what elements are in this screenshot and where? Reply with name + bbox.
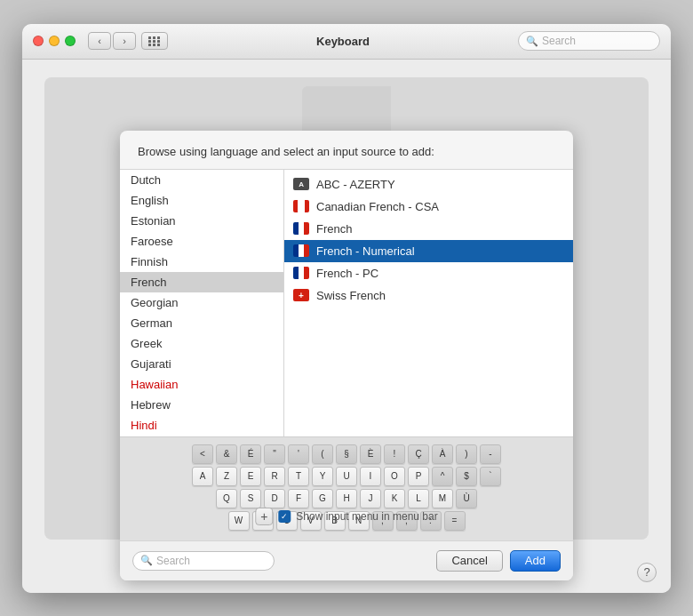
search-placeholder: Search: [542, 35, 576, 47]
key-a[interactable]: A: [192, 467, 213, 486]
key-q[interactable]: Q: [216, 489, 237, 508]
key-r[interactable]: R: [264, 467, 285, 486]
key-t[interactable]: T: [288, 467, 309, 486]
fr-flag-icon-2: [293, 244, 309, 257]
titlebar-search[interactable]: 🔍 Search: [518, 31, 660, 51]
search-icon: 🔍: [526, 36, 538, 47]
key-open-paren[interactable]: (: [312, 444, 333, 464]
cancel-button[interactable]: Cancel: [436, 550, 502, 572]
source-label-french-pc: French - PC: [316, 267, 378, 280]
key-lt[interactable]: <: [192, 444, 213, 464]
lang-item-finnish[interactable]: Finnish: [120, 252, 283, 272]
key-close-paren[interactable]: ): [456, 444, 477, 464]
dialog-footer: 🔍 Search Cancel Add: [120, 540, 573, 580]
ch-flag-icon: +: [293, 289, 309, 301]
titlebar: ‹ › Keyboard 🔍 Search: [22, 24, 671, 60]
lang-item-german[interactable]: German: [120, 313, 283, 333]
forward-button[interactable]: ›: [113, 32, 136, 50]
key-w[interactable]: W: [228, 511, 250, 531]
key-s[interactable]: S: [240, 489, 261, 508]
back-button[interactable]: ‹: [88, 32, 111, 50]
window-title: Keyboard: [168, 35, 518, 48]
key-amp[interactable]: &: [216, 444, 237, 464]
search-input[interactable]: 🔍 Search: [132, 551, 275, 571]
minimize-button[interactable]: [49, 36, 60, 46]
key-equals[interactable]: =: [444, 511, 466, 531]
nav-buttons: ‹ ›: [88, 32, 136, 50]
key-excl[interactable]: !: [384, 444, 405, 464]
key-a-grave[interactable]: À: [432, 444, 453, 464]
key-o[interactable]: O: [384, 467, 405, 486]
ca-flag-icon: [293, 200, 309, 212]
lang-item-hebrew[interactable]: Hebrew: [120, 395, 283, 415]
lang-item-faroese[interactable]: Faroese: [120, 231, 283, 252]
help-button[interactable]: ?: [637, 563, 657, 582]
lang-item-gujarati[interactable]: Gujarati: [120, 354, 283, 374]
show-input-menu-label: Show input menu in menu bar: [296, 510, 437, 523]
source-label-french-numerical: French - Numerical: [316, 244, 415, 258]
key-e-acute[interactable]: É: [240, 444, 261, 464]
lang-item-greek[interactable]: Greek: [120, 333, 283, 354]
key-dash[interactable]: -: [480, 444, 501, 464]
close-button[interactable]: [33, 36, 44, 46]
key-quote[interactable]: ": [264, 444, 285, 464]
bottom-bar: + ✓ Show input menu in menu bar: [255, 508, 437, 525]
key-y[interactable]: Y: [312, 467, 333, 486]
search-input-placeholder: Search: [156, 555, 190, 567]
source-item-abc[interactable]: A ABC - AZERTY: [284, 173, 573, 196]
source-item-french-pc[interactable]: French - PC: [284, 262, 573, 284]
lang-item-hawaiian[interactable]: Hawaiian: [120, 374, 283, 395]
source-list[interactable]: A ABC - AZERTY Canadian French - CSA Fre…: [284, 170, 573, 436]
key-section[interactable]: §: [336, 444, 357, 464]
key-h[interactable]: H: [336, 489, 357, 508]
abc-icon: A: [293, 178, 309, 190]
key-f[interactable]: F: [288, 489, 309, 508]
key-g[interactable]: G: [312, 489, 333, 508]
lang-item-english[interactable]: English: [120, 190, 283, 211]
source-label-canadian: Canadian French - CSA: [316, 200, 439, 213]
window-body: 🇬🇧 Browse using language and select an i…: [22, 60, 671, 593]
keyboard-row-2: A Z E R T Y U I O P ^ $ `: [131, 467, 562, 486]
grid-button[interactable]: [141, 32, 168, 50]
source-item-swiss-french[interactable]: + Swiss French: [284, 284, 573, 307]
fr-flag-icon-1: [293, 222, 309, 235]
dialog-header: Browse using language and select an inpu…: [120, 131, 573, 170]
key-d[interactable]: D: [264, 489, 285, 508]
source-item-french[interactable]: French: [284, 218, 573, 240]
key-apos[interactable]: ': [288, 444, 309, 464]
key-e-grave[interactable]: È: [360, 444, 381, 464]
lang-item-georgian[interactable]: Georgian: [120, 292, 283, 313]
key-l[interactable]: L: [408, 489, 429, 508]
key-p[interactable]: P: [408, 467, 429, 486]
bg-panel: 🇬🇧 Browse using language and select an i…: [44, 77, 649, 540]
keyboard-row-1: < & É " ' ( § È ! Ç À ) -: [131, 444, 562, 464]
fr-flag-icon-3: [293, 267, 309, 279]
maximize-button[interactable]: [65, 36, 76, 46]
add-input-source-button[interactable]: +: [255, 508, 273, 525]
lang-item-french[interactable]: French: [120, 272, 283, 292]
key-j[interactable]: J: [360, 489, 381, 508]
show-input-menu-checkbox[interactable]: ✓: [278, 510, 291, 523]
language-list[interactable]: Dutch English Estonian Faroese Finnish F…: [120, 170, 284, 436]
key-c-ced[interactable]: Ç: [408, 444, 429, 464]
source-label-french: French: [316, 222, 352, 236]
key-e[interactable]: E: [240, 467, 261, 486]
traffic-lights: [33, 36, 76, 46]
add-button[interactable]: Add: [510, 550, 561, 572]
source-item-french-numerical[interactable]: French - Numerical: [284, 240, 573, 262]
key-backtick[interactable]: `: [480, 467, 501, 486]
lang-item-hindi[interactable]: Hindi: [120, 415, 283, 436]
key-u[interactable]: U: [336, 467, 357, 486]
key-k[interactable]: K: [384, 489, 405, 508]
key-u-grave[interactable]: Ù: [456, 489, 477, 508]
footer-buttons: Cancel Add: [436, 550, 561, 572]
source-item-canadian-french[interactable]: Canadian French - CSA: [284, 196, 573, 218]
key-m[interactable]: M: [432, 489, 453, 508]
lang-item-dutch[interactable]: Dutch: [120, 170, 283, 190]
key-dollar[interactable]: $: [456, 467, 477, 486]
source-label-abc: ABC - AZERTY: [316, 178, 395, 191]
key-z[interactable]: Z: [216, 467, 237, 486]
key-i[interactable]: I: [360, 467, 381, 486]
key-caret[interactable]: ^: [432, 467, 453, 486]
lang-item-estonian[interactable]: Estonian: [120, 211, 283, 231]
